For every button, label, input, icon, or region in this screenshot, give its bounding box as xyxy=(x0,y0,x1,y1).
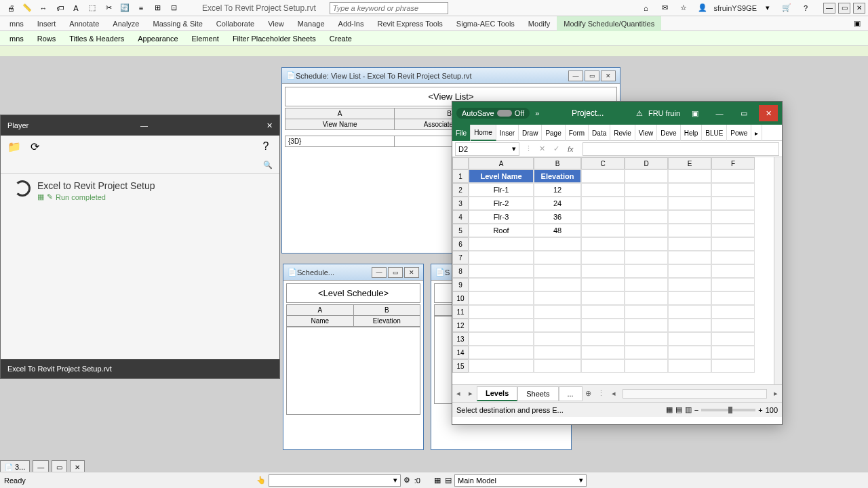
excel-tab-form[interactable]: Form xyxy=(566,125,589,141)
cell[interactable]: 24 xyxy=(534,197,581,210)
cell[interactable] xyxy=(711,169,755,183)
formula-input[interactable] xyxy=(583,142,779,156)
cell[interactable] xyxy=(581,291,625,305)
cell[interactable] xyxy=(469,332,534,346)
cell[interactable] xyxy=(625,183,668,197)
col-header-b[interactable]: B xyxy=(534,157,581,169)
cell[interactable] xyxy=(534,332,581,346)
restore-button[interactable]: ▭ xyxy=(838,3,850,14)
row-header-15[interactable]: 15 xyxy=(452,359,469,373)
cell[interactable] xyxy=(625,251,668,264)
cell[interactable]: Roof xyxy=(469,224,534,237)
col-header-a[interactable]: A xyxy=(469,157,534,169)
cell[interactable] xyxy=(581,332,625,346)
cell[interactable] xyxy=(534,305,581,319)
tab-modify[interactable]: Modify xyxy=(521,16,557,31)
tab-annotate[interactable]: Annotate xyxy=(62,16,106,31)
quick-expand-icon[interactable]: » xyxy=(535,109,539,117)
cell[interactable] xyxy=(668,291,711,305)
tab-massing[interactable]: Massing & Site xyxy=(146,16,209,31)
view-break-icon[interactable]: ▥ xyxy=(685,405,692,414)
close-hidden-icon[interactable]: ⊞ xyxy=(151,1,164,15)
fx-icon[interactable]: fx xyxy=(568,145,578,153)
cell[interactable] xyxy=(534,251,581,264)
cell[interactable] xyxy=(711,237,755,251)
cell[interactable] xyxy=(625,197,668,210)
tab-revit-express[interactable]: Revit Express Tools xyxy=(370,16,449,31)
level-minimize-button[interactable]: — xyxy=(372,267,387,278)
tab-insert[interactable]: Insert xyxy=(31,16,63,31)
sheet-tab-more[interactable]: ... xyxy=(559,386,583,401)
row-header-1[interactable]: 1 xyxy=(452,169,469,183)
cell[interactable] xyxy=(469,291,534,305)
comm-icon[interactable]: ✉ xyxy=(658,1,671,15)
panel-create[interactable]: Create xyxy=(323,35,359,43)
excel-tab-view[interactable]: View xyxy=(635,125,658,141)
print-icon[interactable]: 🖨 xyxy=(4,1,18,15)
cell[interactable] xyxy=(625,332,668,346)
level-restore-button[interactable]: ▭ xyxy=(388,267,403,278)
cell[interactable] xyxy=(469,319,534,332)
cell[interactable] xyxy=(625,210,668,224)
keynote-icon[interactable]: ⌂ xyxy=(639,1,652,15)
cell[interactable] xyxy=(668,183,711,197)
row-header-8[interactable]: 8 xyxy=(452,264,469,278)
cell[interactable] xyxy=(534,264,581,278)
col-lb[interactable]: B xyxy=(353,305,420,316)
row-header-6[interactable]: 6 xyxy=(452,237,469,251)
level-empty-area[interactable] xyxy=(286,327,420,415)
excel-hscroll[interactable] xyxy=(623,389,767,399)
hscroll-left-icon[interactable]: ◂ xyxy=(608,389,620,398)
excel-tab-data[interactable]: Data xyxy=(589,125,610,141)
excel-ribbon-icon[interactable]: ▣ xyxy=(686,105,705,121)
cell[interactable] xyxy=(711,224,755,237)
cell[interactable] xyxy=(581,305,625,319)
excel-namebox[interactable]: D2▾ xyxy=(455,142,519,156)
excel-vscroll[interactable] xyxy=(774,157,782,384)
excel-tab-more-icon[interactable]: ▸ xyxy=(751,125,762,141)
help-icon[interactable]: ? xyxy=(799,1,812,15)
cell[interactable]: Flr-3 xyxy=(469,210,534,224)
row-header-9[interactable]: 9 xyxy=(452,278,469,291)
view-tab-3d[interactable]: 📄 3... xyxy=(0,460,30,472)
cell[interactable] xyxy=(668,278,711,291)
refresh-icon[interactable]: ⟳ xyxy=(28,140,41,153)
row-header-11[interactable]: 11 xyxy=(452,305,469,319)
excel-restore-button[interactable]: ▭ xyxy=(734,105,753,121)
cell[interactable] xyxy=(711,319,755,332)
cell[interactable] xyxy=(581,346,625,359)
cell[interactable] xyxy=(668,332,711,346)
excel-minimize-button[interactable]: — xyxy=(710,105,729,121)
cell[interactable] xyxy=(581,210,625,224)
col-lelev[interactable]: Elevation xyxy=(353,316,420,327)
cell[interactable] xyxy=(711,359,755,373)
select-all-corner[interactable] xyxy=(452,157,469,169)
zoom-level[interactable]: 100 xyxy=(766,406,778,414)
row-header-3[interactable]: 3 xyxy=(452,197,469,210)
sync-icon[interactable]: 🔄 xyxy=(118,1,132,15)
viewlist-close-button[interactable]: ✕ xyxy=(601,70,616,81)
cell[interactable] xyxy=(668,305,711,319)
cell[interactable] xyxy=(668,237,711,251)
cell[interactable] xyxy=(625,319,668,332)
excel-tab-home[interactable]: Home xyxy=(471,125,496,141)
minimize-button[interactable]: — xyxy=(823,3,835,14)
cell[interactable] xyxy=(534,359,581,373)
cell[interactable] xyxy=(711,278,755,291)
cell[interactable] xyxy=(534,278,581,291)
player-help-icon[interactable]: ? xyxy=(259,140,273,153)
col-lname[interactable]: Name xyxy=(287,316,354,327)
col-la[interactable]: A xyxy=(287,305,354,316)
cell[interactable] xyxy=(711,291,755,305)
selection-icon[interactable]: 👆 xyxy=(256,476,266,485)
switch-icon[interactable]: ⊡ xyxy=(167,1,180,15)
sheet-tab-sheets[interactable]: Sheets xyxy=(517,386,558,401)
search-input[interactable] xyxy=(330,2,448,14)
cell[interactable] xyxy=(534,346,581,359)
row-header-2[interactable]: 2 xyxy=(452,183,469,197)
view-layout-icon[interactable]: ▤ xyxy=(675,405,682,414)
filter-icon[interactable]: ⚙ xyxy=(403,476,410,485)
panel-rows[interactable]: Rows xyxy=(31,35,63,43)
cell[interactable] xyxy=(711,197,755,210)
tab-manage[interactable]: Manage xyxy=(291,16,332,31)
